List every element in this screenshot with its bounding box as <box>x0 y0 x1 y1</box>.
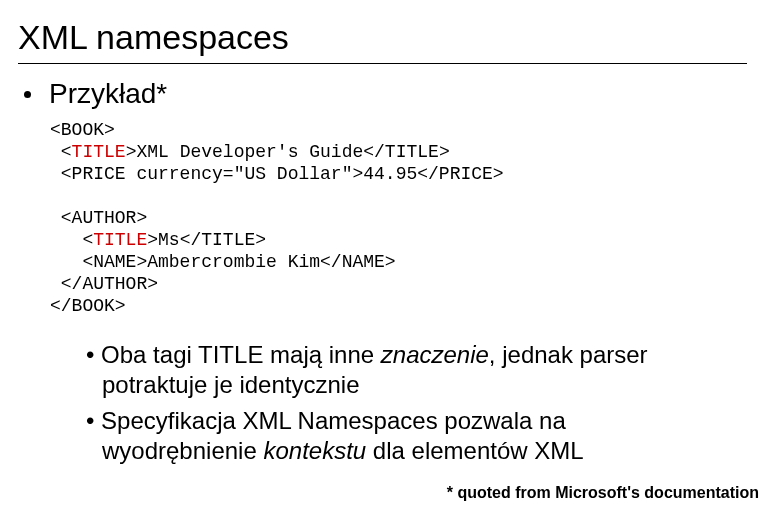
subheading-row: Przykład* <box>18 78 747 110</box>
code-line: </BOOK> <box>50 296 126 316</box>
subheading: Przykład* <box>49 78 167 110</box>
bullet-em: kontekstu <box>263 437 366 464</box>
code-line: < <box>50 230 93 250</box>
footnote: * quoted from Microsoft's documentation <box>447 484 759 502</box>
code-line: </AUTHOR> <box>50 274 158 294</box>
code-line: <NAME>Ambercrombie Kim</NAME> <box>50 252 396 272</box>
code-line: < <box>50 142 72 162</box>
code-block: <BOOK> <TITLE>XML Developer's Guide</TIT… <box>50 120 747 318</box>
slide: XML namespaces Przykład* <BOOK> <TITLE>X… <box>0 0 765 510</box>
bullet-list: Oba tagi TITLE mają inne znaczenie, jedn… <box>86 340 727 466</box>
code-line: <AUTHOR> <box>50 208 147 228</box>
code-highlight: TITLE <box>93 230 147 250</box>
bullet-icon <box>24 91 31 98</box>
code-highlight: TITLE <box>72 142 126 162</box>
slide-title: XML namespaces <box>18 18 747 64</box>
bullet-item: Specyfikacja XML Namespaces pozwala na w… <box>86 406 727 466</box>
bullet-item: Oba tagi TITLE mają inne znaczenie, jedn… <box>86 340 727 400</box>
code-line: <PRICE currency="US Dollar">44.95</PRICE… <box>50 164 504 184</box>
code-line: >XML Developer's Guide</TITLE> <box>126 142 450 162</box>
code-line: <BOOK> <box>50 120 115 140</box>
bullet-em: znaczenie <box>381 341 489 368</box>
bullet-text: Oba tagi TITLE mają inne <box>101 341 381 368</box>
code-line: >Ms</TITLE> <box>147 230 266 250</box>
bullet-text: dla elementów XML <box>366 437 583 464</box>
